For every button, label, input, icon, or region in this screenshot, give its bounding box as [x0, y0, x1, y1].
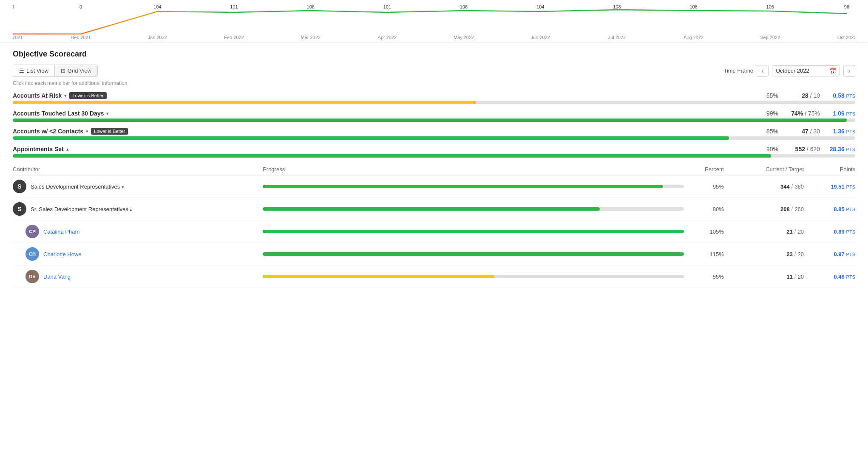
points-cell: 0.89 PTS	[804, 220, 855, 243]
chevron-appointments[interactable]	[66, 147, 69, 152]
td-pts: PTS	[846, 207, 855, 212]
metric-current-target-3: 47 / 30	[786, 128, 820, 135]
metric-name-accounts-touched[interactable]: Accounts Touched Last 30 Days	[13, 110, 104, 117]
svg-text:Dec 2021: Dec 2021	[71, 35, 91, 40]
contributor-name[interactable]: Dana Vang	[43, 274, 71, 280]
metric-row-accounts-contacts: Accounts w/ <2 Contacts Lower is Better …	[13, 128, 855, 140]
metric-percent-3: 85%	[762, 128, 778, 135]
contributor-progress-bar[interactable]	[263, 275, 684, 278]
metric-header-accounts-at-risk: Accounts At Risk Lower is Better 55% 28 …	[13, 92, 855, 99]
grid-view-label: Grid View	[68, 68, 91, 74]
metric-current-target-1: 28 / 10	[786, 92, 820, 99]
timeframe-value: October 2022	[776, 68, 826, 74]
svg-text:108: 108	[613, 4, 621, 9]
progress-fill-2	[13, 119, 847, 122]
progress-bar-1[interactable]	[13, 101, 855, 104]
svg-text:Apr 2022: Apr 2022	[378, 35, 397, 40]
avatar: S	[13, 202, 26, 216]
metric-left-accounts-contacts: Accounts w/ <2 Contacts Lower is Better	[13, 128, 128, 135]
col-percent: Percent	[684, 164, 724, 175]
calendar-icon: 📅	[829, 68, 836, 74]
contributor-chevron[interactable]	[130, 207, 132, 212]
trend-chart: 0 0 104 101 106 101 106 104 108 106 105 …	[13, 4, 855, 42]
svg-text:Jul 2022: Jul 2022	[608, 35, 626, 40]
svg-text:Nov 2021: Nov 2021	[13, 35, 23, 40]
contributor-name: Sr. Sales Development Representatives	[31, 206, 132, 212]
td-percent: 55%	[713, 274, 724, 280]
progress-bar-2[interactable]	[13, 119, 855, 122]
contributor-progress-fill	[263, 252, 684, 256]
points-cell: 0.97 PTS	[804, 243, 855, 265]
svg-text:Aug 2022: Aug 2022	[684, 35, 703, 40]
chevron-accounts-at-risk[interactable]	[64, 93, 67, 99]
contributor-chevron[interactable]	[122, 184, 124, 189]
td-points: 0.97	[834, 251, 844, 257]
toolbar: ☰ List View ⊞ Grid View Time Frame ‹ Oct…	[13, 65, 855, 77]
td-target: 20	[798, 251, 804, 257]
td-current: 23	[786, 251, 792, 257]
list-view-button[interactable]: ☰ List View	[13, 65, 55, 76]
contributor-name[interactable]: Charlotte Howe	[43, 251, 82, 257]
metric-points-1: 0.58 PTS	[828, 92, 855, 99]
td-target: 20	[798, 229, 804, 235]
metric-right-appointments: 90% 552 / 620 28.36 PTS	[762, 146, 855, 152]
metric-header-accounts-contacts: Accounts w/ <2 Contacts Lower is Better …	[13, 128, 855, 135]
metric-name-appointments[interactable]: Appointments Set	[13, 146, 64, 152]
td-percent: 115%	[710, 251, 724, 257]
contributor-name[interactable]: Catalina Pham	[43, 229, 79, 235]
contributor-progress-bar[interactable]	[263, 207, 684, 211]
timeframe-label: Time Frame	[723, 68, 753, 74]
col-points: Points	[804, 164, 855, 175]
timeframe-next-button[interactable]: ›	[843, 65, 855, 77]
metric-name-accounts-contacts[interactable]: Accounts w/ <2 Contacts	[13, 128, 83, 135]
svg-text:104: 104	[536, 4, 544, 9]
metrics-list: Accounts At Risk Lower is Better 55% 28 …	[13, 92, 855, 158]
contributor-progress-bar[interactable]	[263, 252, 684, 256]
progress-bar-4[interactable]	[13, 154, 855, 158]
table-row: S Sales Development Representatives 95% …	[13, 175, 855, 198]
list-view-label: List View	[26, 68, 48, 74]
contributor-progress-bar[interactable]	[263, 185, 684, 188]
chevron-accounts-contacts[interactable]	[86, 129, 88, 134]
grid-view-button[interactable]: ⊞ Grid View	[55, 65, 97, 76]
td-current: 344	[780, 183, 790, 190]
avatar: CH	[26, 247, 39, 261]
lower-is-better-badge-1: Lower is Better	[69, 92, 106, 99]
metric-points-2: 1.06 PTS	[828, 110, 855, 117]
svg-text:101: 101	[383, 4, 391, 9]
progress-fill-4	[13, 154, 771, 158]
chevron-accounts-touched[interactable]	[106, 111, 109, 116]
metric-percent-2: 99%	[762, 110, 778, 117]
timeframe-input-wrap[interactable]: October 2022 📅	[772, 65, 840, 76]
progress-cell	[263, 220, 684, 243]
svg-text:Oct 2022: Oct 2022	[837, 35, 855, 40]
contributor-progress-fill	[263, 185, 663, 188]
metric-left-appointments: Appointments Set	[13, 146, 69, 152]
progress-bar-3[interactable]	[13, 136, 855, 140]
svg-text:Sep 2022: Sep 2022	[760, 35, 780, 40]
metric-row-appointments: Appointments Set 90% 552 / 620 28.36 PTS	[13, 146, 855, 158]
percent-cell: 115%	[684, 243, 724, 265]
svg-text:106: 106	[307, 4, 315, 9]
percent-cell: 95%	[684, 175, 724, 198]
svg-text:106: 106	[460, 4, 468, 9]
metric-points-4: 28.36 PTS	[828, 146, 855, 152]
points-cell: 19.51 PTS	[804, 175, 855, 198]
table-row: S Sr. Sales Development Representatives …	[13, 198, 855, 220]
col-contributor: Contributor	[13, 164, 263, 175]
metric-right-accounts-contacts: 85% 47 / 30 1.36 PTS	[762, 128, 855, 135]
svg-text:0: 0	[13, 4, 14, 9]
contributor-table: Contributor Progress Percent Current / T…	[13, 164, 855, 288]
td-pts: PTS	[846, 184, 855, 189]
hint-text: Click into each metric bar for additiona…	[13, 80, 855, 86]
col-progress: Progress	[263, 164, 684, 175]
svg-text:101: 101	[230, 4, 238, 9]
metric-name-accounts-at-risk[interactable]: Accounts At Risk	[13, 92, 62, 99]
td-target: 260	[794, 206, 804, 212]
table-row: CP Catalina Pham 105% 21 / 20 0.89 PTS	[13, 220, 855, 243]
timeframe-prev-button[interactable]: ‹	[757, 65, 769, 77]
list-icon: ☰	[19, 68, 24, 74]
contributor-progress-bar[interactable]	[263, 230, 684, 233]
progress-fill-3	[13, 136, 729, 140]
td-current: 21	[786, 229, 792, 235]
